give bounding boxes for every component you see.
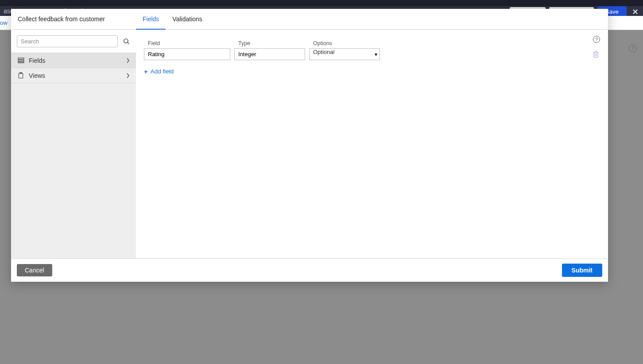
modal-content: ? Field Type Options Optional ▾ [136,30,608,258]
tab-fields[interactable]: Fields [136,9,166,29]
add-field-label: Add field [151,68,174,75]
views-icon [17,72,24,79]
bg-topbar [0,0,643,6]
chevron-right-icon [126,58,130,63]
svg-rect-4 [18,62,24,63]
help-icon[interactable]: ? [593,36,600,43]
plus-icon: + [144,68,148,75]
bg-help-icon[interactable]: ? [629,44,637,52]
configure-form-modal: Collect feedback from customer Fields Va… [11,9,608,282]
svg-rect-7 [593,52,597,57]
svg-point-0 [124,39,128,43]
sidebar-item-views[interactable]: Views [11,68,136,83]
search-wrap [11,30,136,53]
sidebar-item-label: Fields [29,57,122,64]
submit-button[interactable]: Submit [562,264,602,277]
search-input[interactable] [17,35,118,47]
sidebar-item-label: Views [29,72,122,79]
chevron-right-icon [126,73,130,78]
modal-title: Collect feedback from customer [11,9,136,29]
modal-footer: Cancel Submit [11,258,608,282]
field-options-select-wrap: Optional ▾ [309,48,380,60]
tab-validations[interactable]: Validations [166,9,209,29]
svg-rect-3 [18,60,24,61]
field-options-value: Optional [313,49,334,55]
bg-flow-link[interactable]: ow [0,19,8,26]
delete-field-button[interactable] [591,50,600,59]
field-type-input[interactable] [234,48,305,60]
submit-label: Submit [572,267,593,274]
svg-rect-5 [19,73,23,78]
modal-tabs: Fields Validations [136,9,209,29]
svg-line-1 [127,42,128,44]
cancel-label: Cancel [25,267,44,274]
sidebar-list: Fields Views [11,53,136,83]
fields-icon [17,57,24,63]
column-header-field: Field [144,40,230,48]
tab-validations-label: Validations [172,15,202,23]
add-field-button[interactable]: + Add field [144,68,600,75]
tab-fields-label: Fields [143,15,159,23]
sidebar-item-fields[interactable]: Fields [11,53,136,68]
search-button[interactable] [121,37,131,46]
column-header-options: Options [309,40,380,48]
bg-close-icon[interactable]: ✕ [630,7,640,17]
column-header-type: Type [234,40,305,48]
cancel-button[interactable]: Cancel [17,264,52,276]
field-grid: Field Type Options Optional ▾ [144,40,600,60]
field-name-input[interactable] [144,48,230,60]
trash-icon [593,50,599,58]
modal-body: Fields Views [11,30,608,258]
field-options-select[interactable]: Optional [309,48,380,60]
modal-header: Collect feedback from customer Fields Va… [11,9,608,30]
svg-rect-2 [18,58,24,59]
modal-sidebar: Fields Views [11,30,136,258]
search-icon [123,38,130,45]
